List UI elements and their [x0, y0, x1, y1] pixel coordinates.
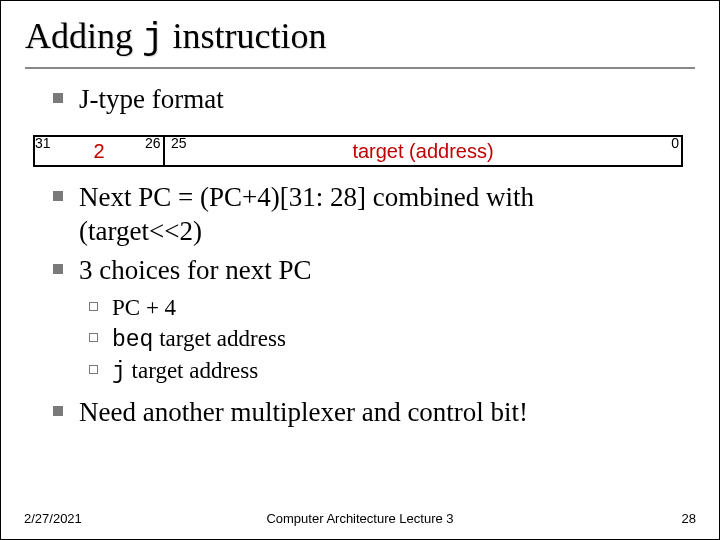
sub-text: j target address [112, 357, 258, 387]
bit-labels: 31 26 25 0 [33, 135, 683, 153]
slide: Adding j instruction J-type format 31 26… [0, 0, 720, 540]
hollow-square-icon [89, 333, 98, 342]
bullet-choices: 3 choices for next PC [53, 254, 695, 288]
bullet-multiplexer: Need another multiplexer and control bit… [53, 396, 695, 430]
sub-text: beq target address [112, 325, 286, 355]
bullet-square-icon [53, 406, 63, 416]
bullet-square-icon [53, 191, 63, 201]
sub-list: PC + 4 beq target address j target addre… [89, 294, 695, 386]
slide-title: Adding j instruction [25, 15, 695, 69]
beq-code: beq [112, 327, 153, 353]
sub-text: PC + 4 [112, 294, 176, 323]
title-post: instruction [164, 16, 327, 56]
nextpc-line1: Next PC = (PC+4)[31: 28] combined with [79, 182, 534, 212]
j-code: j [112, 359, 126, 385]
bullet-nextpc: Next PC = (PC+4)[31: 28] combined with (… [53, 181, 695, 249]
bullet-jtype: J-type format [53, 83, 695, 117]
j-rest: target address [126, 358, 258, 383]
instruction-format-diagram: 31 26 25 0 2 target (address) [33, 135, 683, 167]
bit-label-25: 25 [171, 135, 187, 151]
title-pre: Adding [25, 16, 142, 56]
bit-label-31: 31 [35, 135, 51, 151]
footer-page: 28 [682, 511, 696, 526]
content-area: J-type format 31 26 25 0 2 target (addre… [25, 83, 695, 430]
bit-label-0: 0 [671, 135, 679, 151]
sub-item-j: j target address [89, 357, 695, 387]
hollow-square-icon [89, 365, 98, 374]
sub-item-pc4: PC + 4 [89, 294, 695, 323]
beq-rest: target address [153, 326, 285, 351]
bit-label-26: 26 [145, 135, 161, 151]
footer: 2/27/2021 Computer Architecture Lecture … [0, 511, 720, 526]
bullet-text: Need another multiplexer and control bit… [79, 396, 528, 430]
nextpc-line2: (target<<2) [79, 216, 202, 246]
footer-date: 2/27/2021 [24, 511, 82, 526]
sub-item-beq: beq target address [89, 325, 695, 355]
bullet-text: Next PC = (PC+4)[31: 28] combined with (… [79, 181, 534, 249]
bullet-square-icon [53, 264, 63, 274]
hollow-square-icon [89, 302, 98, 311]
bullet-text: J-type format [79, 83, 224, 117]
bullet-text: 3 choices for next PC [79, 254, 311, 288]
footer-title: Computer Architecture Lecture 3 [266, 511, 453, 526]
bullet-square-icon [53, 93, 63, 103]
title-code: j [142, 18, 164, 59]
